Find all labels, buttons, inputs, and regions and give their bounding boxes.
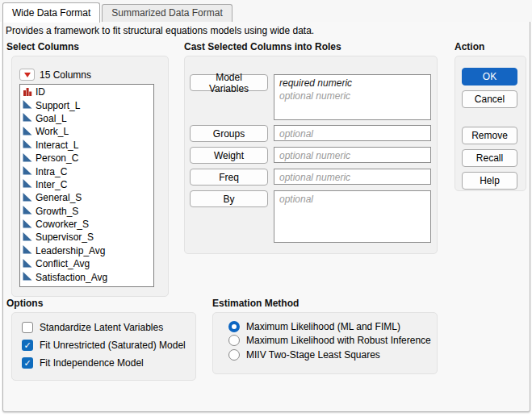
- role-row-by: Byoptional: [190, 190, 432, 243]
- role-button-by[interactable]: By: [190, 190, 268, 207]
- role-dropzone-freq[interactable]: optional numeric: [274, 169, 431, 185]
- column-name: Support_L: [36, 100, 80, 111]
- description-text: Provides a framework to fit structural e…: [6, 25, 314, 36]
- column-item-supervisor-s[interactable]: Supervisor_S: [20, 231, 153, 244]
- continuous-icon: [23, 152, 32, 165]
- checked-checkbox[interactable]: ✓: [22, 340, 33, 351]
- role-row-freq: Freqoptional numeric: [190, 169, 432, 186]
- column-item-work-l[interactable]: Work_L: [20, 125, 153, 138]
- role-row-groups: Groupsoptional: [190, 125, 432, 142]
- continuous-icon: [23, 112, 32, 124]
- role-button-groups[interactable]: Groups: [190, 125, 268, 142]
- unselected-radio[interactable]: [228, 349, 240, 361]
- role-button-model-variables[interactable]: Model Variables: [190, 74, 268, 91]
- tab-wide-data-format[interactable]: Wide Data Format: [2, 2, 100, 23]
- column-name: Leadership_Avg: [36, 245, 106, 256]
- help-button[interactable]: Help: [462, 172, 517, 190]
- options-checkboxes: Standardize Latent Variables✓Fit Unrestr…: [22, 319, 186, 372]
- radio-label: MIIV Two-Stage Least Squares: [246, 349, 380, 361]
- cast-roles-title: Cast Selected Columns into Roles: [184, 41, 341, 52]
- tab-summarized-data-format[interactable]: Summarized Data Format: [102, 4, 232, 22]
- columns-menu-button[interactable]: [19, 69, 35, 81]
- ok-button[interactable]: OK: [462, 68, 517, 85]
- column-item-growth-s[interactable]: Growth_S: [20, 205, 153, 218]
- radio-label: Maximum Likelihood with Robust Inference: [246, 335, 431, 346]
- role-placeholder: optional: [279, 193, 430, 206]
- continuous-icon: [23, 192, 32, 204]
- role-dropzone-model-variables[interactable]: required numericoptional numeric: [274, 74, 431, 120]
- column-item-general-s[interactable]: General_S: [20, 191, 153, 204]
- cancel-button[interactable]: Cancel: [462, 90, 517, 108]
- role-placeholder: optional numeric: [279, 171, 430, 184]
- column-name: Person_C: [36, 152, 78, 164]
- role-row-model-variables: Model Variablesrequired numericoptional …: [190, 74, 432, 120]
- nominal-bars-icon: [23, 86, 32, 98]
- column-name: Growth_S: [36, 206, 78, 217]
- column-item-id[interactable]: ID: [20, 85, 153, 98]
- column-name: Inter_C: [36, 179, 67, 190]
- option-row-fit-independence-model: ✓Fit Independence Model: [22, 354, 186, 372]
- column-name: Interact_L: [36, 140, 78, 151]
- column-item-coworker-s[interactable]: Coworker_S: [20, 218, 153, 231]
- columns-menu: 15 Columns: [19, 69, 91, 81]
- role-placeholder: optional: [279, 127, 430, 140]
- roles-list: Model Variablesrequired numericoptional …: [190, 74, 432, 248]
- options-title: Options: [6, 298, 43, 309]
- column-list[interactable]: IDSupport_LGoal_LWork_LInteract_LPerson_…: [19, 84, 154, 287]
- continuous-icon: [23, 126, 32, 138]
- role-dropzone-groups[interactable]: optional: [274, 125, 431, 141]
- column-name: Supervisor_S: [36, 231, 94, 243]
- role-dropzone-weight[interactable]: optional numeric: [274, 147, 431, 163]
- recall-button[interactable]: Recall: [462, 149, 517, 167]
- continuous-icon: [23, 219, 32, 231]
- column-name: Coworker_S: [36, 219, 89, 230]
- column-item-interact-l[interactable]: Interact_L: [20, 139, 153, 152]
- option-row-fit-unrestricted-saturated-model: ✓Fit Unrestricted (Saturated) Model: [22, 336, 186, 354]
- role-row-weight: Weightoptional numeric: [190, 147, 432, 164]
- estimation-method-title: Estimation Method: [212, 298, 299, 309]
- column-item-leadership-avg[interactable]: Leadership_Avg: [20, 244, 153, 257]
- columns-count-label: 15 Columns: [40, 69, 91, 81]
- continuous-icon: [23, 178, 32, 190]
- column-item-goal-l[interactable]: Goal_L: [20, 112, 153, 125]
- selected-radio[interactable]: [228, 321, 240, 332]
- checkbox-label: Fit Unrestricted (Saturated) Model: [40, 340, 186, 351]
- role-placeholder: required numeric: [279, 77, 430, 90]
- role-placeholder: optional numeric: [279, 149, 430, 162]
- column-item-satisfaction-avg[interactable]: Satisfaction_Avg: [20, 270, 153, 283]
- action-buttons: OKCancelRemoveRecallHelp: [462, 68, 517, 194]
- action-title: Action: [455, 41, 484, 52]
- radio-row-maximum-likelihood-ml-and-fiml: Maximum Likelihood (ML and FIML): [228, 319, 431, 334]
- continuous-icon: [23, 205, 32, 217]
- role-dropzone-by[interactable]: optional: [274, 190, 431, 243]
- unchecked-checkbox[interactable]: [22, 322, 33, 333]
- column-name: ID: [36, 86, 45, 98]
- column-item-person-c[interactable]: Person_C: [20, 152, 153, 165]
- continuous-icon: [23, 258, 32, 270]
- checked-checkbox[interactable]: ✓: [22, 357, 33, 369]
- radio-row-miiv-two-stage-least-squares: MIIV Two-Stage Least Squares: [228, 348, 431, 362]
- checkbox-label: Standardize Latent Variables: [40, 322, 163, 333]
- column-name: Goal_L: [36, 113, 67, 124]
- column-name: Conflict_Avg: [36, 258, 90, 269]
- radio-row-maximum-likelihood-with-robust-inference: Maximum Likelihood with Robust Inference: [228, 334, 431, 348]
- red-triangle-icon: [24, 73, 31, 77]
- column-item-intra-c[interactable]: Intra_C: [20, 165, 153, 177]
- role-button-weight[interactable]: Weight: [190, 147, 268, 164]
- continuous-icon: [23, 99, 32, 111]
- remove-button[interactable]: Remove: [462, 127, 517, 144]
- column-item-inter-c[interactable]: Inter_C: [20, 178, 153, 191]
- column-item-support-l[interactable]: Support_L: [20, 98, 153, 111]
- checkbox-label: Fit Independence Model: [40, 357, 144, 369]
- unselected-radio[interactable]: [228, 335, 240, 346]
- continuous-icon: [23, 165, 32, 177]
- column-item-conflict-avg[interactable]: Conflict_Avg: [20, 257, 153, 270]
- role-button-freq[interactable]: Freq: [190, 169, 268, 186]
- estimation-radios: Maximum Likelihood (ML and FIML)Maximum …: [228, 319, 431, 362]
- continuous-icon: [23, 244, 32, 256]
- column-name: Work_L: [36, 126, 69, 137]
- tab-bar: Wide Data FormatSummarized Data Format: [0, 0, 532, 22]
- option-row-standardize-latent-variables: Standardize Latent Variables: [22, 319, 186, 336]
- role-placeholder: optional numeric: [279, 90, 430, 102]
- column-name: Satisfaction_Avg: [36, 272, 107, 283]
